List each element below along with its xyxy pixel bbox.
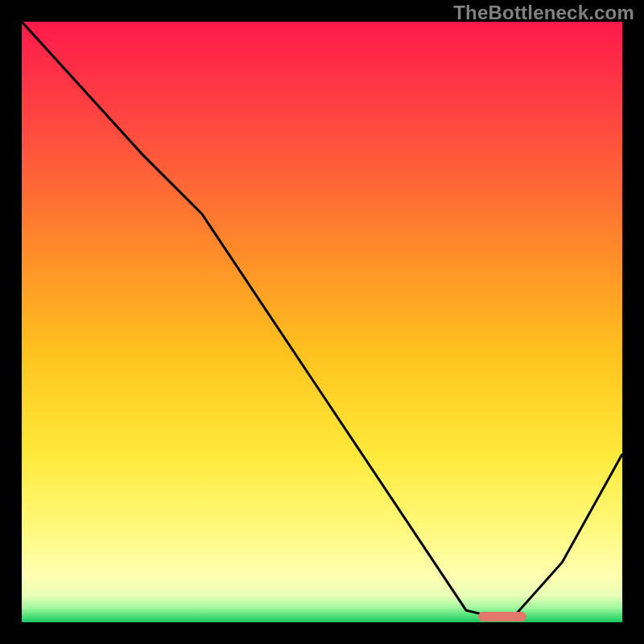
watermark-text: TheBottleneck.com (453, 2, 634, 24)
gradient-background (22, 22, 622, 622)
optimum-marker (478, 612, 526, 621)
chart-plot-area (22, 22, 622, 622)
chart-frame: TheBottleneck.com (0, 0, 644, 644)
chart-svg (22, 22, 622, 622)
